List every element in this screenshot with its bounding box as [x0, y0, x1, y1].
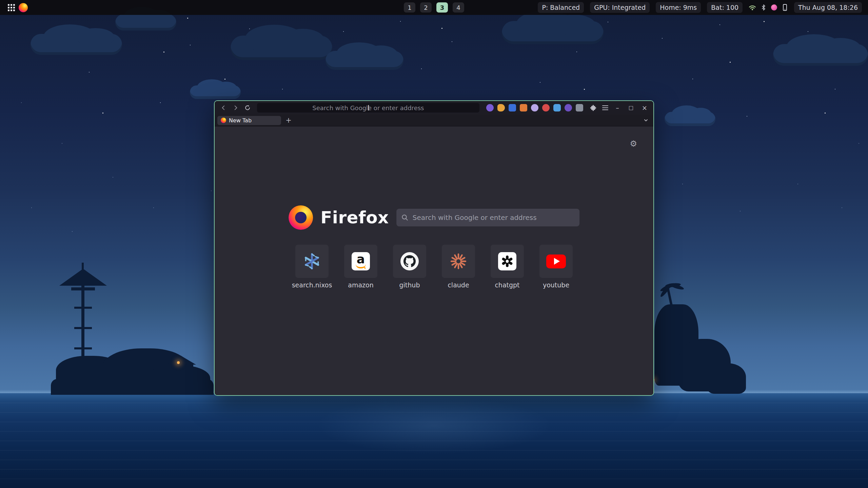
extension-icon-7[interactable]	[553, 104, 561, 111]
firefox-window: – □ × New Tab + ⚙ Firefox	[214, 100, 654, 396]
browser-toolbar: – □ ×	[215, 101, 653, 115]
water-glimmer	[315, 396, 553, 454]
shortcut-github[interactable]: github	[393, 245, 426, 289]
shortcut-search-nixos[interactable]: search.nixos	[295, 245, 329, 289]
newtab-hero: Firefox	[289, 205, 579, 230]
extension-icon-1[interactable]	[486, 104, 494, 111]
forward-icon	[233, 105, 239, 111]
chatgpt-knot-icon	[498, 252, 516, 270]
menu-button[interactable]	[600, 103, 611, 113]
workspace-button-3[interactable]: 3	[436, 2, 448, 13]
claude-starburst-icon	[450, 253, 467, 269]
tab-title: New Tab	[229, 117, 252, 124]
newtab-search-input[interactable]	[412, 208, 579, 227]
cloud	[31, 34, 122, 55]
cloud	[190, 85, 241, 99]
firefox-logo	[289, 205, 313, 230]
shortcut-chatgpt[interactable]: chatgpt	[491, 245, 524, 289]
extension-icon-8[interactable]	[565, 104, 572, 111]
power-profile-module[interactable]: P: Balanced	[538, 2, 584, 13]
wifi-icon[interactable]	[749, 4, 756, 11]
cloud	[115, 14, 176, 30]
window-controls: – □ ×	[612, 103, 650, 113]
shortcut-amazon[interactable]: a amazon	[344, 245, 377, 289]
tab-bar: New Tab +	[215, 115, 653, 126]
cloud	[502, 21, 604, 44]
shortcut-tiles: search.nixos a amazon	[295, 245, 573, 289]
forward-button[interactable]	[230, 103, 241, 113]
cloud	[326, 51, 403, 70]
extensions-button[interactable]	[588, 103, 599, 113]
extension-icon-2[interactable]	[497, 104, 505, 111]
workspace-button-4[interactable]: 4	[453, 2, 464, 13]
color-profile-icon[interactable]	[771, 4, 777, 11]
extension-icon-4[interactable]	[520, 104, 527, 111]
cloud	[665, 112, 715, 126]
firefox-wordmark: Firefox	[320, 208, 389, 227]
extension-icon-5[interactable]	[531, 104, 538, 111]
newtab-search[interactable]	[396, 209, 579, 226]
app-grid-icon[interactable]	[8, 4, 9, 6]
workspace-button-1[interactable]: 1	[404, 2, 415, 13]
back-button[interactable]	[218, 103, 229, 113]
device-icon[interactable]	[782, 3, 788, 12]
bluetooth-icon[interactable]	[761, 4, 766, 11]
firefox-favicon	[221, 118, 226, 123]
workspace-switcher: 1 2 3 4	[404, 0, 464, 15]
tab-new-tab[interactable]: New Tab	[217, 116, 281, 125]
tab-list-button[interactable]	[641, 116, 651, 125]
back-icon	[220, 105, 226, 111]
cloud	[773, 44, 868, 66]
newtab-page: ⚙ Firefox	[215, 126, 653, 395]
urlbar[interactable]	[257, 103, 479, 113]
nixos-snowflake-icon	[303, 253, 320, 270]
desktop: 1 2 3 4 P: Balanced GPU: Integrated Home…	[0, 0, 868, 488]
shortcut-claude[interactable]: claude	[442, 245, 475, 289]
amazon-icon: a	[352, 252, 370, 270]
home-latency-module[interactable]: Home: 9ms	[656, 2, 701, 13]
extensions-puzzle-icon	[590, 105, 596, 111]
reload-icon	[244, 105, 251, 111]
github-octocat-icon	[400, 252, 419, 270]
cloud	[231, 36, 332, 60]
workspace-button-2[interactable]: 2	[420, 2, 432, 13]
reload-button[interactable]	[242, 103, 253, 113]
shortcut-youtube[interactable]: youtube	[539, 245, 573, 289]
extension-icons	[486, 104, 583, 111]
close-button[interactable]: ×	[639, 103, 650, 113]
battery-module[interactable]: Bat: 100	[707, 2, 743, 13]
extension-icon-9[interactable]	[576, 104, 583, 111]
menu-icon	[602, 105, 608, 110]
new-tab-button[interactable]: +	[284, 116, 293, 125]
maximize-button[interactable]: □	[626, 103, 636, 113]
status-bar: 1 2 3 4 P: Balanced GPU: Integrated Home…	[0, 0, 868, 15]
search-icon	[401, 214, 409, 221]
settings-gear-icon[interactable]: ⚙	[628, 139, 639, 149]
minimize-button[interactable]: –	[612, 103, 623, 113]
text-caret	[368, 105, 369, 110]
firefox-icon[interactable]	[19, 3, 28, 12]
gpu-module[interactable]: GPU: Integrated	[590, 2, 650, 13]
extension-icon-6[interactable]	[542, 104, 550, 111]
youtube-play-icon	[546, 255, 566, 268]
clock[interactable]: Thu Aug 08, 18:26	[794, 2, 862, 13]
extension-icon-3[interactable]	[509, 104, 516, 111]
tab-list-chevron-icon	[643, 118, 649, 123]
